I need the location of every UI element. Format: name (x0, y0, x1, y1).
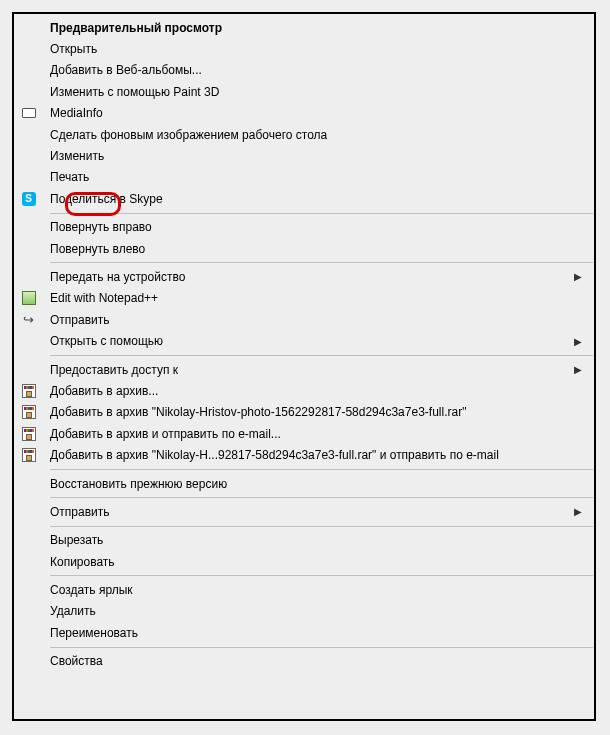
menu-item-label: Удалить (42, 604, 571, 618)
menu-item[interactable]: Повернуть влево (15, 238, 593, 259)
menu-item-label: Свойства (42, 654, 571, 668)
menu-item[interactable]: Предварительный просмотр (15, 17, 593, 38)
menu-item-label: Создать ярлык (42, 583, 571, 597)
menu-item[interactable]: Изменить с помощью Paint 3D (15, 81, 593, 102)
menu-item-label: Отправить (42, 505, 571, 519)
menu-item-label: Сделать фоновым изображением рабочего ст… (42, 128, 571, 142)
menu-item-label: Вырезать (42, 533, 571, 547)
menu-item-label: Добавить в архив "Nikolay-H...92817-58d2… (42, 448, 571, 462)
menu-item[interactable]: SПоделиться в Skype (15, 188, 593, 209)
menu-item-label: Печать (42, 170, 571, 184)
menu-item-label: Предварительный просмотр (42, 21, 571, 35)
icon-slot (15, 427, 42, 441)
menu-item-label: Повернуть влево (42, 242, 571, 256)
skype-icon: S (22, 192, 36, 206)
submenu-arrow-icon: ▶ (571, 336, 585, 347)
menu-item-label: Открыть с помощью (42, 334, 571, 348)
separator (50, 355, 593, 356)
menu-item-label: Поделиться в Skype (42, 192, 571, 206)
menu-item-label: Изменить с помощью Paint 3D (42, 85, 571, 99)
menu-item[interactable]: Копировать (15, 551, 593, 572)
icon-slot (15, 405, 42, 419)
separator (50, 497, 593, 498)
menu-item[interactable]: Добавить в Веб-альбомы... (15, 60, 593, 81)
menu-item-label: Копировать (42, 555, 571, 569)
menu-item[interactable]: Свойства (15, 651, 593, 672)
menu-item[interactable]: Добавить в архив "Nikolay-H...92817-58d2… (15, 444, 593, 465)
menu-item-label: Восстановить прежнюю версию (42, 477, 571, 491)
separator (50, 262, 593, 263)
icon-slot (15, 384, 42, 398)
menu-item[interactable]: Открыть (15, 38, 593, 59)
menu-item[interactable]: Удалить (15, 601, 593, 622)
menu-item[interactable]: Вырезать (15, 530, 593, 551)
menu-item-label: Передать на устройство (42, 270, 571, 284)
menu-item-label: Добавить в архив "Nikolay-Hristov-photo-… (42, 405, 571, 419)
notepadpp-icon (22, 291, 36, 305)
context-menu: Предварительный просмотрОткрытьДобавить … (15, 15, 593, 718)
separator (50, 647, 593, 648)
icon-slot: ↪ (15, 313, 42, 327)
menu-item[interactable]: Создать ярлык (15, 579, 593, 600)
submenu-arrow-icon: ▶ (571, 506, 585, 517)
menu-item[interactable]: Добавить в архив "Nikolay-Hristov-photo-… (15, 402, 593, 423)
winrar-icon (22, 427, 36, 441)
separator (50, 213, 593, 214)
menu-item-label: Повернуть вправо (42, 220, 571, 234)
menu-item-label: Отправить (42, 313, 571, 327)
share-icon: ↪ (22, 313, 36, 327)
menu-item[interactable]: Восстановить прежнюю версию (15, 473, 593, 494)
icon-slot (15, 108, 42, 118)
submenu-arrow-icon: ▶ (571, 364, 585, 375)
menu-item[interactable]: Добавить в архив... (15, 380, 593, 401)
menu-item[interactable]: Передать на устройство▶ (15, 266, 593, 287)
menu-item[interactable]: Сделать фоновым изображением рабочего ст… (15, 124, 593, 145)
menu-item[interactable]: Edit with Notepad++ (15, 288, 593, 309)
menu-item[interactable]: Переименовать (15, 622, 593, 643)
menu-item[interactable]: Изменить (15, 145, 593, 166)
menu-item[interactable]: Добавить в архив и отправить по e-mail..… (15, 423, 593, 444)
menu-item[interactable]: Повернуть вправо (15, 217, 593, 238)
submenu-arrow-icon: ▶ (571, 271, 585, 282)
menu-item[interactable]: MediaInfo (15, 103, 593, 124)
winrar-icon (22, 448, 36, 462)
menu-item[interactable]: Отправить▶ (15, 501, 593, 522)
menu-item-label: Изменить (42, 149, 571, 163)
winrar-icon (22, 405, 36, 419)
separator (50, 526, 593, 527)
menu-item[interactable]: Печать (15, 167, 593, 188)
menu-item-label: Предоставить доступ к (42, 363, 571, 377)
icon-slot (15, 448, 42, 462)
menu-item-label: Переименовать (42, 626, 571, 640)
menu-item-label: Добавить в Веб-альбомы... (42, 63, 571, 77)
context-menu-frame: Предварительный просмотрОткрытьДобавить … (12, 12, 596, 721)
menu-item-label: Добавить в архив и отправить по e-mail..… (42, 427, 571, 441)
icon-slot (15, 291, 42, 305)
menu-item-label: MediaInfo (42, 106, 571, 120)
icon-slot: S (15, 192, 42, 206)
separator (50, 575, 593, 576)
menu-item-label: Добавить в архив... (42, 384, 571, 398)
menu-item[interactable]: ↪Отправить (15, 309, 593, 330)
menu-item[interactable]: Открыть с помощью▶ (15, 330, 593, 351)
mediainfo-icon (22, 108, 36, 118)
menu-item[interactable]: Предоставить доступ к▶ (15, 359, 593, 380)
separator (50, 469, 593, 470)
winrar-icon (22, 384, 36, 398)
menu-item-label: Edit with Notepad++ (42, 291, 571, 305)
menu-item-label: Открыть (42, 42, 571, 56)
